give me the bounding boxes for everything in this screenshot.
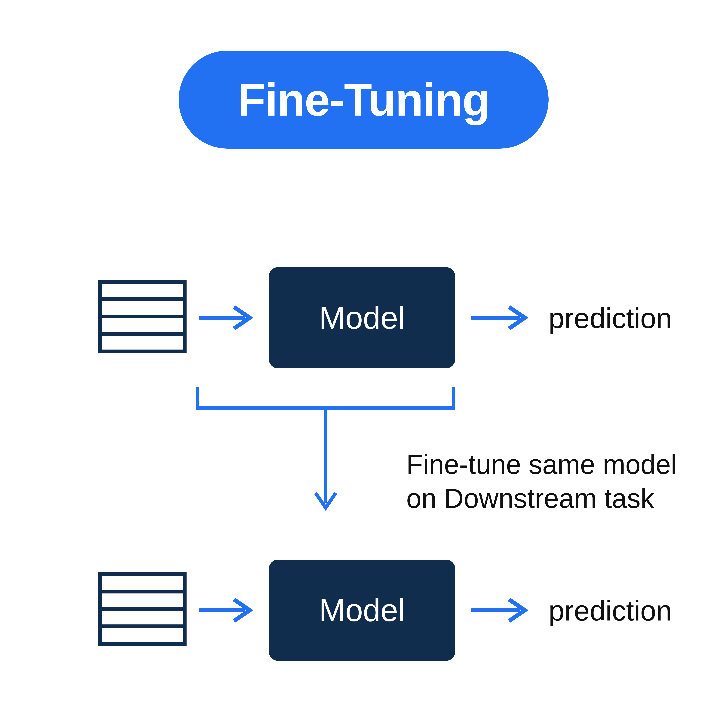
- data-grid-icon: [98, 280, 187, 353]
- finetune-caption-line2: on Downstream task: [406, 482, 677, 515]
- model-label-bottom: Model: [319, 592, 405, 629]
- title-text: Fine-Tuning: [238, 73, 489, 126]
- data-grid-icon: [98, 572, 187, 646]
- model-box-top: Model: [269, 267, 455, 369]
- arrow-right-icon: [471, 305, 531, 330]
- arrow-right-icon: [199, 598, 256, 623]
- arrow-right-icon: [471, 598, 531, 623]
- model-label-top: Model: [319, 300, 405, 336]
- title-pill: Fine-Tuning: [179, 50, 549, 148]
- finetune-caption: Fine-tune same model on Downstream task: [406, 447, 677, 515]
- prediction-label-top: prediction: [549, 300, 672, 336]
- prediction-label-bottom: prediction: [549, 593, 672, 629]
- model-box-bottom: Model: [269, 560, 455, 661]
- arrow-right-icon: [199, 305, 256, 330]
- finetune-caption-line1: Fine-tune same model: [406, 447, 677, 482]
